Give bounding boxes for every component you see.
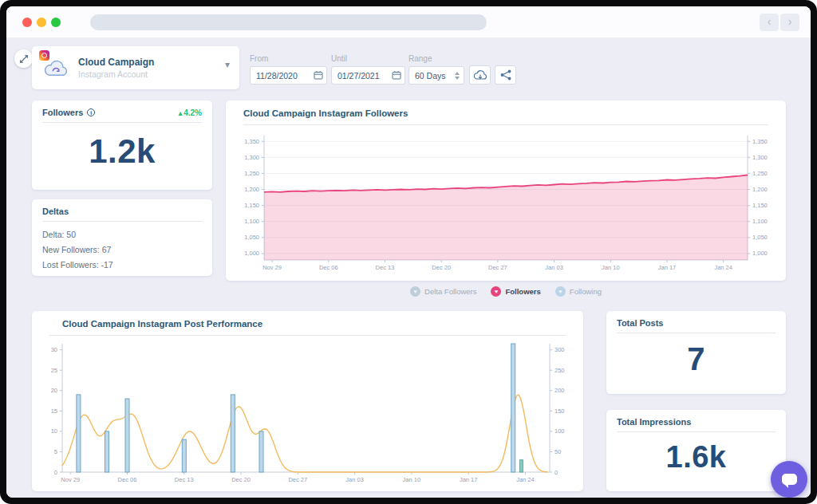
svg-text:5: 5 bbox=[54, 448, 57, 455]
back-button[interactable]: ‹ bbox=[760, 14, 779, 31]
followers-change-badge: ▴4.2% bbox=[179, 108, 202, 117]
total-impressions-card: Total Impressions 1.6k bbox=[606, 410, 786, 491]
followers-title-text: Followers bbox=[42, 108, 83, 117]
svg-text:Jan 10: Jan 10 bbox=[602, 264, 620, 271]
svg-text:1,200: 1,200 bbox=[244, 186, 259, 193]
until-label: Until bbox=[331, 54, 405, 63]
svg-text:1,000: 1,000 bbox=[244, 250, 259, 257]
followers-card-title: Followers i bbox=[42, 108, 95, 117]
legend-series-icon: ♥ bbox=[491, 286, 501, 297]
svg-text:1,200: 1,200 bbox=[752, 186, 768, 193]
download-report-button[interactable] bbox=[469, 65, 491, 85]
svg-text:1,000: 1,000 bbox=[752, 250, 768, 257]
svg-text:Jan 17: Jan 17 bbox=[658, 264, 677, 271]
device-frame: ‹ › Cloud Campaign Instagram bbox=[0, 0, 817, 504]
chat-launcher-button[interactable] bbox=[771, 461, 807, 498]
total-posts-title: Total Posts bbox=[617, 318, 663, 328]
svg-text:50: 50 bbox=[555, 448, 561, 455]
svg-text:25: 25 bbox=[51, 367, 57, 374]
svg-text:Dec 06: Dec 06 bbox=[319, 264, 338, 271]
zoom-window-button[interactable] bbox=[51, 18, 61, 27]
legend-series-icon: ♥ bbox=[410, 286, 420, 297]
range-field-group: Range 60 Days bbox=[408, 54, 464, 85]
range-value: 60 Days bbox=[415, 71, 446, 81]
svg-text:1,050: 1,050 bbox=[244, 234, 259, 241]
followers-chart: 1,0001,0001,0501,0501,1001,1001,1501,150… bbox=[234, 131, 778, 276]
svg-text:1,250: 1,250 bbox=[752, 170, 768, 177]
legend-label: Delta Followers bbox=[424, 287, 476, 296]
calendar-icon bbox=[392, 70, 401, 80]
svg-text:15: 15 bbox=[51, 408, 57, 415]
legend-item[interactable]: ♥Followers bbox=[491, 286, 540, 297]
svg-text:100: 100 bbox=[555, 427, 565, 435]
account-name: Cloud Campaign bbox=[78, 57, 154, 68]
svg-text:0: 0 bbox=[555, 469, 558, 476]
forward-button[interactable]: › bbox=[780, 14, 799, 31]
until-field-group: Until bbox=[331, 54, 405, 85]
svg-text:Dec 20: Dec 20 bbox=[432, 264, 451, 271]
cloud-campaign-logo bbox=[43, 60, 69, 79]
svg-text:Dec 13: Dec 13 bbox=[175, 476, 194, 483]
svg-text:1,300: 1,300 bbox=[752, 154, 768, 161]
svg-text:200: 200 bbox=[555, 387, 565, 394]
svg-text:Jan 24: Jan 24 bbox=[714, 264, 732, 271]
svg-text:20: 20 bbox=[51, 387, 57, 394]
info-icon[interactable]: i bbox=[87, 108, 95, 116]
posts-chart: 005501010015150202002525030300Nov 29Dec … bbox=[38, 340, 577, 488]
followers-chart-title: Cloud Campaign Instagram Followers bbox=[243, 100, 768, 125]
svg-text:Jan 17: Jan 17 bbox=[460, 476, 478, 483]
svg-text:Dec 27: Dec 27 bbox=[288, 476, 307, 483]
svg-text:Dec 13: Dec 13 bbox=[376, 264, 395, 271]
svg-text:1,100: 1,100 bbox=[244, 218, 259, 225]
from-label: From bbox=[250, 54, 327, 63]
from-field-group: From bbox=[250, 54, 327, 85]
svg-text:150: 150 bbox=[555, 408, 565, 415]
account-selector[interactable]: Cloud Campaign Instagram Account ▾ bbox=[32, 46, 239, 89]
chat-bubble-icon bbox=[782, 474, 797, 485]
legend-label: Following bbox=[570, 287, 602, 296]
total-impressions-title: Total Impressions bbox=[617, 417, 691, 427]
select-arrows-icon bbox=[455, 72, 460, 80]
svg-text:10: 10 bbox=[51, 427, 57, 435]
svg-text:Jan 03: Jan 03 bbox=[545, 264, 563, 271]
chart-legend: ♥Delta Followers♥Followers♥Following bbox=[226, 286, 786, 297]
followers-count: 1.2k bbox=[32, 132, 212, 171]
chevron-down-icon: ▾ bbox=[225, 59, 230, 70]
expand-button[interactable] bbox=[14, 49, 33, 68]
close-window-button[interactable] bbox=[22, 18, 32, 27]
address-bar[interactable] bbox=[90, 14, 487, 30]
svg-text:1,250: 1,250 bbox=[244, 170, 259, 177]
svg-text:1,350: 1,350 bbox=[244, 138, 259, 145]
range-select[interactable]: 60 Days bbox=[408, 66, 464, 85]
svg-text:0: 0 bbox=[54, 469, 57, 476]
legend-series-icon: ♥ bbox=[555, 286, 566, 297]
svg-text:Jan 03: Jan 03 bbox=[345, 476, 364, 483]
account-avatar bbox=[40, 52, 72, 84]
post-performance-chart-card: Cloud Campaign Instagram Post Performanc… bbox=[32, 311, 583, 491]
legend-item[interactable]: ♥Following bbox=[555, 286, 602, 297]
dashboard-page: Cloud Campaign Instagram Account ▾ From bbox=[6, 38, 811, 498]
post-performance-chart-title: Cloud Campaign Instagram Post Performanc… bbox=[49, 311, 566, 336]
expand-arrows-icon bbox=[19, 54, 29, 64]
svg-text:1,150: 1,150 bbox=[752, 202, 768, 209]
nav-buttons: ‹ › bbox=[760, 14, 799, 31]
svg-text:Jan 10: Jan 10 bbox=[403, 476, 421, 483]
svg-text:1,050: 1,050 bbox=[752, 234, 768, 241]
delta-row: Delta: 50 bbox=[42, 227, 202, 242]
svg-text:Dec 06: Dec 06 bbox=[118, 476, 137, 483]
svg-text:Jan 24: Jan 24 bbox=[516, 476, 535, 483]
range-label: Range bbox=[408, 54, 464, 63]
minimize-window-button[interactable] bbox=[37, 18, 46, 27]
svg-text:1,350: 1,350 bbox=[752, 138, 768, 145]
browser-window: ‹ › Cloud Campaign Instagram bbox=[6, 6, 811, 498]
deltas-card-title: Deltas bbox=[42, 207, 69, 216]
instagram-icon bbox=[39, 50, 49, 61]
svg-text:300: 300 bbox=[555, 346, 565, 353]
trend-up-icon: ▴ bbox=[179, 109, 183, 117]
svg-text:1,300: 1,300 bbox=[244, 154, 259, 161]
share-button[interactable] bbox=[495, 65, 516, 85]
followers-change-value: 4.2% bbox=[184, 108, 202, 117]
delta-row: Lost Followers: -17 bbox=[42, 258, 202, 273]
svg-text:250: 250 bbox=[555, 367, 565, 374]
legend-item[interactable]: ♥Delta Followers bbox=[410, 286, 476, 297]
